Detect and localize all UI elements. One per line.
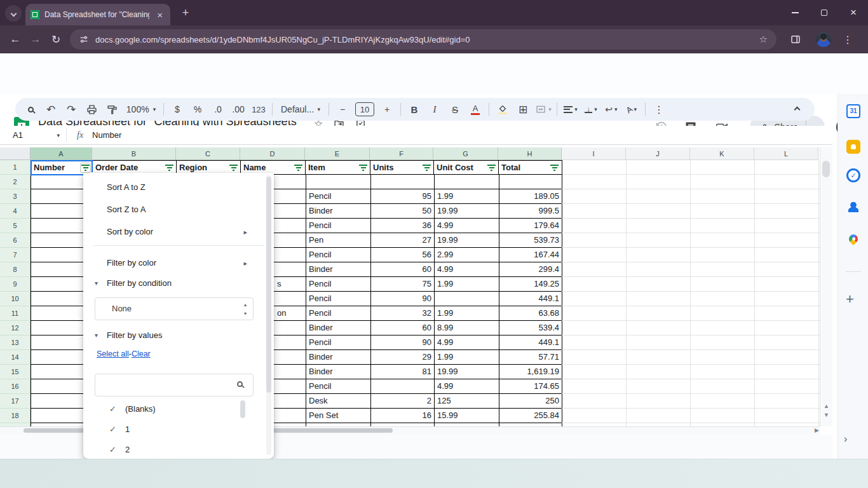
cell-unitcost-10[interactable] — [434, 292, 499, 306]
cell-item-16[interactable]: Pencil — [306, 379, 370, 393]
cell-A10[interactable] — [31, 292, 84, 306]
bookmark-star-icon[interactable]: ☆ — [759, 34, 768, 45]
filter-icon-G[interactable] — [486, 163, 497, 173]
column-header-I[interactable]: I — [562, 147, 626, 160]
cell-total-5[interactable]: 179.64 — [499, 219, 562, 233]
column-header-L[interactable]: L — [754, 147, 818, 160]
menu-sort-a-to-z[interactable]: Sort A to Z — [83, 177, 269, 198]
filter-icon-C[interactable] — [228, 163, 239, 173]
menu-sort-z-to-a[interactable]: Sort Z to A — [83, 200, 269, 220]
cell-A17[interactable] — [31, 394, 84, 408]
cell-item-5[interactable]: Pencil — [306, 219, 370, 233]
menu-filter-by-values[interactable]: ▾Filter by values — [83, 325, 269, 346]
text-wrap-icon[interactable]: ↩▾ — [602, 100, 620, 118]
cell-item-14[interactable]: Binder — [306, 350, 370, 364]
clear-link[interactable]: Clear — [132, 349, 151, 358]
cell-D17[interactable] — [275, 394, 306, 408]
cell-A5[interactable] — [31, 219, 84, 233]
cell-total-17[interactable]: 250 — [499, 394, 562, 408]
cell-total-4[interactable]: 999.5 — [499, 204, 562, 218]
cell-unitcost-3[interactable]: 1.99 — [434, 189, 499, 203]
row-header-11[interactable]: 11 — [0, 306, 31, 321]
scroll-down-icon[interactable]: ▼ — [824, 412, 829, 418]
cell-D14[interactable] — [275, 350, 306, 364]
borders-icon[interactable]: ⊞ — [514, 100, 532, 118]
vertical-scrollbar-thumb[interactable] — [822, 161, 830, 177]
scroll-right-icon[interactable]: ▶ — [815, 427, 819, 433]
cell-A14[interactable] — [31, 350, 84, 364]
cell-item-9[interactable]: Pencil — [306, 277, 370, 291]
cell-D2[interactable] — [275, 175, 306, 189]
undo-icon[interactable]: ↶ — [42, 100, 60, 118]
filter-value-2[interactable]: ✓2 — [95, 440, 254, 460]
filter-value-1[interactable]: ✓1 — [95, 419, 254, 440]
cell-total-13[interactable]: 449.1 — [499, 336, 562, 349]
row-header-7[interactable]: 7 — [0, 248, 31, 262]
cell-A15[interactable] — [31, 365, 84, 379]
cell-total-12[interactable]: 539.4 — [499, 321, 562, 335]
get-addons-icon[interactable]: + — [846, 291, 854, 308]
more-formats-icon[interactable]: 123 — [250, 100, 268, 118]
maps-icon[interactable] — [846, 232, 860, 246]
window-close-icon[interactable]: × — [839, 0, 868, 25]
cell-unitcost-2[interactable] — [434, 175, 499, 189]
column-header-C[interactable]: C — [176, 147, 240, 160]
cell-units-6[interactable]: 27 — [370, 233, 434, 247]
italic-icon[interactable]: I — [426, 100, 444, 118]
filter-header-E[interactable]: Item — [305, 160, 370, 175]
cell-A16[interactable] — [31, 379, 84, 393]
cell-D12[interactable] — [275, 321, 306, 335]
paint-format-icon[interactable] — [103, 100, 121, 118]
cell-units-16[interactable] — [370, 379, 434, 393]
cell-units-12[interactable]: 60 — [370, 321, 434, 335]
cell-D10[interactable] — [275, 292, 306, 306]
browser-profile-avatar[interactable] — [816, 32, 831, 47]
site-settings-icon[interactable] — [79, 34, 89, 44]
row-header-2[interactable]: 2 — [0, 175, 31, 189]
filter-icon-F[interactable] — [421, 163, 432, 173]
vertical-scrollbar[interactable] — [820, 147, 832, 426]
filter-icon-D[interactable] — [293, 163, 304, 173]
cell-total-6[interactable]: 539.73 — [499, 233, 562, 247]
cell-total-11[interactable]: 63.68 — [499, 306, 562, 320]
window-maximize-icon[interactable] — [810, 0, 839, 25]
cell-A8[interactable] — [31, 262, 84, 276]
select-all-link[interactable]: Select all — [97, 349, 129, 358]
menu-filter-by-color[interactable]: Filter by color▸ — [83, 253, 269, 273]
cell-D7[interactable] — [275, 248, 306, 262]
row-header-9[interactable]: 9 — [0, 277, 31, 292]
calendar-icon[interactable]: 31 — [846, 104, 860, 118]
cell-item-4[interactable]: Binder — [306, 204, 370, 218]
cell-units-17[interactable]: 2 — [370, 394, 434, 408]
vertical-align-icon[interactable]: ↓ ▾ — [582, 100, 600, 118]
filter-icon-B[interactable] — [164, 163, 175, 173]
fill-color-icon[interactable] — [494, 100, 512, 118]
cell-unitcost-13[interactable]: 4.99 — [434, 336, 499, 349]
filter-menu-scrollbar-thumb[interactable] — [266, 177, 271, 393]
cell-item-10[interactable]: Pencil — [306, 292, 370, 306]
cell-total-9[interactable]: 149.25 — [499, 277, 562, 291]
reload-icon[interactable]: ↻ — [46, 29, 66, 50]
cell-item-2[interactable] — [306, 175, 370, 189]
cell-item-13[interactable]: Pencil — [306, 336, 370, 349]
row-header-1[interactable]: 1 — [0, 160, 31, 175]
cell-A2[interactable] — [31, 175, 84, 189]
cell-total-16[interactable]: 174.65 — [499, 379, 562, 393]
merge-cells-icon[interactable]: ▾ — [534, 100, 552, 118]
cell-D3[interactable] — [275, 189, 306, 203]
column-header-E[interactable]: E — [305, 147, 370, 160]
zoom-select[interactable]: 100%▾ — [123, 100, 159, 118]
format-percent-icon[interactable]: % — [189, 100, 207, 118]
row-header-18[interactable]: 18 — [0, 409, 31, 423]
cell-unitcost-17[interactable]: 125 — [434, 394, 499, 408]
cell-unitcost-7[interactable]: 2.99 — [434, 248, 499, 262]
scroll-up-icon[interactable]: ▲ — [824, 403, 829, 409]
cell-A7[interactable] — [31, 248, 84, 262]
cell-unitcost-14[interactable]: 1.99 — [434, 350, 499, 364]
cell-D9[interactable]: s — [275, 277, 306, 291]
menu-filter-by-condition[interactable]: ▾Filter by condition — [83, 273, 269, 294]
text-rotation-icon[interactable]: A▾ — [623, 100, 641, 118]
row-header-4[interactable]: 4 — [0, 204, 31, 219]
window-minimize-icon[interactable] — [780, 0, 810, 25]
cell-item-7[interactable]: Pencil — [306, 248, 370, 262]
